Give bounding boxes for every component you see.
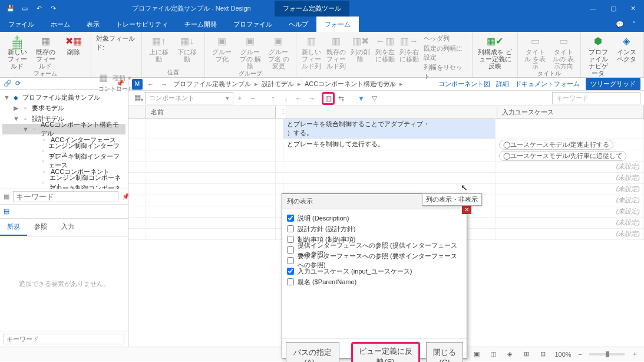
menu-file[interactable]: ファイル [0, 17, 42, 32]
left-refresh-icon[interactable]: ⟳ [15, 80, 21, 87]
tb-move-down-icon[interactable]: ↓ [279, 94, 292, 103]
tb-prev-icon[interactable]: ← [292, 94, 305, 103]
column-settings-icon[interactable]: ▥ [322, 92, 335, 105]
inspector-button[interactable]: ◈インスペクタ [614, 34, 639, 62]
left-link-icon[interactable]: 🔗 [4, 80, 12, 87]
popup-column-item[interactable]: 説明 (Description) [287, 213, 462, 223]
tb-list-icon[interactable]: ▦▾ [132, 93, 145, 103]
maximize-icon[interactable]: ▢ [610, 5, 616, 12]
redo-icon[interactable]: ↷ [48, 4, 58, 13]
crumb-1[interactable]: 設計モデル [260, 80, 295, 88]
crumb-2[interactable]: ACCコンポーネント構造モデル [303, 80, 397, 88]
table-row[interactable]: ◯ユースケースモデル/先行車に追従して [128, 150, 644, 162]
path-button[interactable]: パスの指定(A)... [286, 342, 339, 362]
col-left-button[interactable]: ←▥列を左に移動 [374, 34, 395, 62]
popup-x-icon[interactable]: ✕ [462, 206, 471, 214]
table-row[interactable]: とブレーキを制御して走行する。◯ユースケースモデル/定速走行する [128, 139, 644, 150]
undo-icon[interactable]: ↶ [34, 4, 44, 13]
header-row-button[interactable]: ヘッダ列 [424, 34, 467, 43]
grid-search[interactable]: キーワード [552, 92, 640, 104]
left-grid-icon[interactable]: ▦ [4, 193, 9, 200]
popup-column-item[interactable]: 設計方針 (設計方針) [287, 223, 462, 234]
rename-group-button[interactable]: ▣グループ名 の変更 [266, 34, 291, 70]
tb-horizontal-icon[interactable]: ⇆ [335, 94, 348, 103]
crumb-0[interactable]: プロファイル定義サンプル [172, 80, 252, 88]
group-button[interactable]: ▣グループ化 [210, 34, 235, 62]
grid-col-name[interactable]: 名前 [146, 106, 276, 119]
apply-view-button[interactable]: ▦✔列構成を ビュー定義に反映 [477, 34, 513, 70]
tree-node[interactable]: ▼▫ACCコンポーネント構造モデル [2, 124, 126, 134]
menu-help[interactable]: ヘルプ [280, 17, 316, 32]
view-link-2[interactable]: ドキュメントフォーム [515, 80, 580, 88]
back-icon[interactable]: ← [145, 81, 156, 88]
open-icon[interactable]: ▭ [20, 4, 29, 13]
status-ico-4[interactable]: ◈ [505, 350, 514, 358]
new-field-button[interactable]: ＋▦新しい フィールド [5, 34, 29, 70]
menu-view[interactable]: 表示 [78, 17, 108, 32]
context-tab[interactable]: フォーム定義ツール [275, 1, 349, 17]
popup-column-item[interactable]: 親名 ($ParentName) [287, 277, 462, 287]
ribbon-feedback-icon[interactable]: 💬 [616, 21, 624, 28]
new-column-button[interactable]: ▥新しい フィールド列 [301, 34, 322, 70]
table-row[interactable]: (未設定) [128, 162, 644, 173]
table-row[interactable]: (未設定) [128, 173, 644, 184]
tb-next-icon[interactable]: → [305, 94, 318, 103]
tree-node[interactable]: ▫ブレーキ制御インターフェース [2, 156, 126, 166]
delete-column-button[interactable]: ▥✖列の削除 [350, 34, 371, 62]
menu-form[interactable]: フォーム [316, 17, 359, 32]
left-tab-input[interactable]: 入力 [54, 219, 81, 236]
move-up-button[interactable]: ▦↑上に移動 [147, 34, 171, 62]
existing-field-button[interactable]: ▦既存の フィールド [33, 34, 58, 70]
status-ico-5[interactable]: ⊞ [521, 350, 531, 358]
model-chip[interactable]: M [132, 79, 143, 90]
popup-column-item[interactable]: 要求インターフェースへの参照 (要求インターフェースへの参照) [287, 255, 462, 266]
close-icon[interactable]: ✕ [630, 5, 636, 12]
zoom-in-icon[interactable]: ＋ [632, 350, 638, 358]
grid-col-desc[interactable] [285, 106, 497, 119]
default-width-button[interactable]: 既定の列幅に設定 [424, 44, 467, 62]
delete-field-button[interactable]: ✖▦削除 [61, 34, 86, 55]
tb-filter-icon[interactable]: ▼ [355, 94, 368, 103]
tree-root[interactable]: プロファイル定義サンプル [22, 93, 100, 102]
left-foot-search[interactable] [4, 334, 124, 344]
move-down-button[interactable]: ▦↓下に移動 [175, 34, 200, 62]
title-dir-button[interactable]: ▭タイトルの 表示方向 [551, 34, 576, 70]
tb-move-up-icon[interactable]: ↑ [266, 94, 279, 103]
table-row[interactable]: とブレーキを統合制御することでアダプティブ・）する。 [128, 119, 644, 139]
control-type-button[interactable]: ▦種類▾ [96, 71, 131, 85]
view-link-1[interactable]: 詳細 [496, 80, 509, 88]
save-icon[interactable]: 💾 [6, 4, 15, 13]
tb-clear-filter-icon[interactable]: ▽ [368, 94, 381, 103]
tb-add-icon[interactable]: ＋ [233, 93, 246, 103]
left-sub-icon[interactable]: ▤ [4, 208, 9, 215]
grid-col-uc[interactable]: 入力ユースケース [497, 106, 644, 119]
ribbon-collapse-icon[interactable]: ˄ [632, 21, 636, 28]
left-search-1[interactable] [13, 191, 118, 202]
tree-node[interactable]: ▶▫要求モデル [2, 103, 126, 113]
type-dropdown[interactable]: コンポーネント▾ [145, 92, 233, 104]
tb-remove-icon[interactable]: − [246, 94, 259, 103]
zoom-slider[interactable] [589, 353, 625, 356]
zoom-out-icon[interactable]: − [579, 351, 582, 358]
close-button[interactable]: 閉じる(C) [426, 342, 463, 362]
col-right-button[interactable]: ▥→列を右に移動 [399, 34, 420, 62]
existing-column-button[interactable]: ▥既存の フィールド列 [325, 34, 346, 70]
menu-profile[interactable]: プロファイル [225, 17, 280, 32]
menu-trace[interactable]: トレーサビリティ [108, 17, 176, 32]
status-ico-2[interactable]: ▣ [472, 350, 481, 358]
profile-nav-button[interactable]: ⬢プロファイル ナビゲータ [586, 34, 610, 77]
view-link-0[interactable]: コンポーネント図 [438, 80, 490, 88]
view-treegrid-button[interactable]: ツリーグリッド [586, 78, 640, 90]
model-tree[interactable]: ▼◆プロファイル定義サンプル ▶▫要求モデル▼▫設計モデル▼▫ACCコンポーネン… [0, 90, 128, 189]
forward-icon[interactable]: → [158, 81, 170, 88]
status-ico-6[interactable]: ⊟ [538, 350, 547, 358]
apply-to-view-button[interactable]: ビュー定義に反映(S) [351, 342, 420, 362]
status-ico-3[interactable]: ◫ [488, 350, 498, 358]
left-tab-new[interactable]: 新規 [0, 219, 27, 236]
left-tab-ref[interactable]: 参照 [27, 219, 54, 236]
ungroup-button[interactable]: ▣グループの 解除 [238, 34, 263, 70]
menu-home[interactable]: ホーム [42, 17, 78, 32]
grid-col-handle[interactable] [128, 106, 146, 119]
menu-team[interactable]: チーム開発 [176, 17, 225, 32]
minimize-icon[interactable]: ― [590, 5, 596, 12]
